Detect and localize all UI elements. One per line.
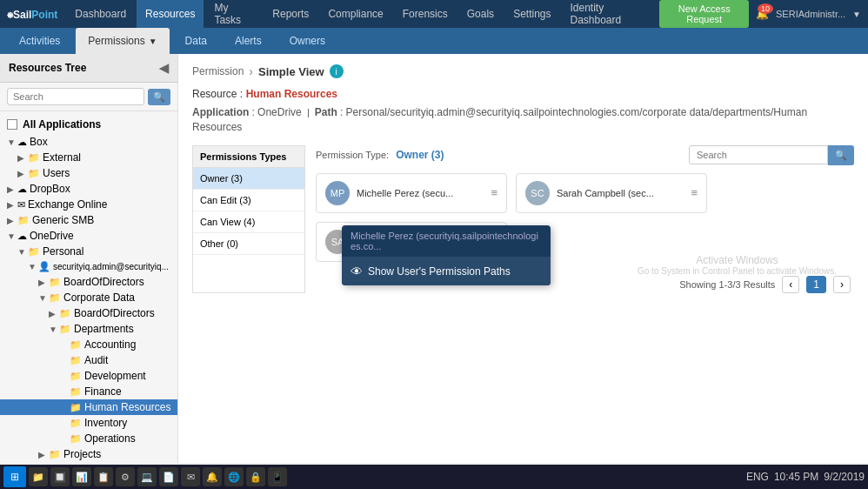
nav-identity-dashboard[interactable]: Identity Dashboard [561,0,658,28]
taskbar-icon-4[interactable]: 📋 [94,467,113,486]
tree-item-dropbox[interactable]: ▶ ☁ DropBox [0,181,177,197]
user-card-michelle[interactable]: MP Michelle Perez (secu... ≡ [316,173,507,213]
tree-item-audit[interactable]: 📁 Audit [0,352,177,368]
taskbar-icon-12[interactable]: 📱 [268,467,287,486]
taskbar-start-button[interactable]: ⊞ [3,466,26,487]
all-apps-checkbox[interactable] [7,119,17,130]
nav-resources[interactable]: Resources [137,0,204,28]
breadcrumb-info-icon[interactable]: i [330,64,344,78]
permissions-types-header: Permissions Types [193,146,304,168]
sidebar-search-input[interactable] [7,88,144,105]
subnav-alerts[interactable]: Alerts [223,28,274,54]
breadcrumb-simpleview[interactable]: Simple View [258,65,324,78]
michelle-menu-icon[interactable]: ≡ [491,186,497,199]
taskbar-date: 9/2/2019 [824,471,865,483]
breadcrumb-permission[interactable]: Permission [192,65,244,77]
show-permission-paths-item[interactable]: 👁 Show User's Permission Paths [342,258,551,285]
right-search-button[interactable]: 🔍 [828,145,854,165]
new-access-request-button[interactable]: New Access Request [659,0,749,28]
permissions-dropdown-arrow[interactable]: ▼ [149,37,157,46]
sidebar-search-button[interactable]: 🔍 [148,89,170,105]
inventory-icon: 📁 [70,418,82,429]
right-search-input[interactable] [689,145,828,164]
hr-label: Human Resources [84,401,170,413]
taskbar-icon-7[interactable]: 📄 [159,467,178,486]
taskbar-icon-6[interactable]: 💻 [137,467,157,486]
logo-text: ⎈SailPoint [7,8,57,21]
sidebar-collapse-button[interactable]: ◀ [159,61,169,75]
permission-type-value[interactable]: Owner (3) [396,149,444,161]
page-next-button[interactable]: › [833,276,851,293]
projects-expander: ▶ [38,450,49,459]
nav-compliance[interactable]: Compliance [319,0,391,28]
tree-item-departments[interactable]: ▼ 📁 Departments [0,321,177,337]
nav-forensics[interactable]: Forensics [394,0,457,28]
tree-item-genericsmb[interactable]: ▶ 📁 Generic SMB [0,212,177,228]
tree-item-inventory[interactable]: 📁 Inventory [0,415,177,431]
tree-item-box[interactable]: ▼ ☁ Box [0,134,177,150]
notifications-bell[interactable]: 🔔10 [756,8,769,20]
taskbar-icon-11[interactable]: 🔒 [246,467,265,486]
taskbar-icon-3[interactable]: 📊 [72,467,91,486]
taskbar-icon-10[interactable]: 🌐 [224,467,244,486]
tree-item-development[interactable]: 📁 Development [0,368,177,384]
subnav-permissions[interactable]: Permissions ▼ [76,28,169,54]
page-1-button[interactable]: 1 [806,276,826,293]
bod1-expander: ▶ [38,278,49,287]
user-card-1-wrapper: MP Michelle Perez (secu... ≡ Michelle Pe… [316,173,507,213]
taskbar-icon-9[interactable]: 🔔 [203,467,222,486]
tree-item-users-od[interactable]: ▶ 📁 Users [0,462,177,463]
resource-value: Human Resources [246,88,337,100]
subnav-activities[interactable]: Activities [7,28,72,54]
nav-dashboard[interactable]: Dashboard [66,0,135,28]
tree-item-accounting[interactable]: 📁 Accounting [0,337,177,352]
taskbar-file-explorer[interactable]: 📁 [29,467,48,486]
finance-label: Finance [84,385,122,398]
tree-item-finance[interactable]: 📁 Finance [0,384,177,399]
tree-item-external[interactable]: ▶ 📁 External [0,150,177,165]
tree-item-bod2[interactable]: ▶ 📁 BoardOfDirectors [0,305,177,321]
admin-dropdown-arrow[interactable]: ▼ [852,10,861,19]
tree-item-securityiq-admin[interactable]: ▼ 👤 securityiq.admin@securityiq... [0,259,177,274]
subnav-data[interactable]: Data [173,28,219,54]
sarah-menu-icon[interactable]: ≡ [691,186,698,199]
nav-mytasks[interactable]: My Tasks [205,0,262,28]
logo[interactable]: ⎈SailPoint [7,8,57,21]
tree-item-bod1[interactable]: ▶ 📁 BoardOfDirectors [0,274,177,290]
genericsmb-icon: 📁 [17,215,30,226]
tree-item-projects[interactable]: ▶ 📁 Projects [0,446,177,462]
perm-can-view[interactable]: Can View (4) [193,211,304,233]
nav-reports[interactable]: Reports [264,0,317,28]
development-label: Development [84,370,146,382]
subnav-owners[interactable]: Owners [277,28,337,54]
page-prev-button[interactable]: ‹ [782,276,799,293]
tree-item-users-box[interactable]: ▶ 📁 Users [0,165,177,181]
perm-other[interactable]: Other (0) [193,233,304,255]
taskbar-icon-8[interactable]: ✉ [181,467,200,486]
box-expander: ▼ [7,137,17,147]
pagination-text: Showing 1-3/3 Results [679,279,775,290]
taskbar-icon-5[interactable]: ⚙ [116,467,135,486]
nav-right-area: New Access Request 🔔10 SERIAdministr... … [659,0,861,28]
bod2-label: BoardOfDirectors [74,307,155,319]
nav-goals[interactable]: Goals [458,0,503,28]
taskbar-icon-2[interactable]: 🔲 [50,467,70,486]
sidebar: Resources Tree ◀ 🔍 All Applications ▼ ☁ … [0,54,178,463]
securityiq-admin-icon: 👤 [38,261,50,272]
tree-item-operations[interactable]: 📁 Operations [0,431,177,446]
admin-menu[interactable]: SERIAdministr... [776,9,845,19]
perm-owner[interactable]: Owner (3) [193,168,304,190]
taskbar-language: ENG [746,471,769,483]
all-applications-item[interactable]: All Applications [0,115,177,134]
operations-label: Operations [84,432,136,445]
tree-item-onedrive[interactable]: ▼ ☁ OneDrive [0,228,177,244]
tree-item-personal[interactable]: ▼ 📁 Personal [0,244,177,259]
tree-item-corporate-data[interactable]: ▼ 📁 Corporate Data [0,290,177,305]
user-card-sarah[interactable]: SC Sarah Campbell (sec... ≡ [516,173,707,213]
main-layout: Resources Tree ◀ 🔍 All Applications ▼ ☁ … [0,54,868,463]
nav-settings[interactable]: Settings [504,0,559,28]
dropbox-expander: ▶ [7,184,17,194]
tree-item-exchange[interactable]: ▶ ✉ Exchange Online [0,197,177,212]
perm-can-edit[interactable]: Can Edit (3) [193,190,304,211]
tree-item-human-resources[interactable]: 📁 Human Resources [0,399,177,415]
